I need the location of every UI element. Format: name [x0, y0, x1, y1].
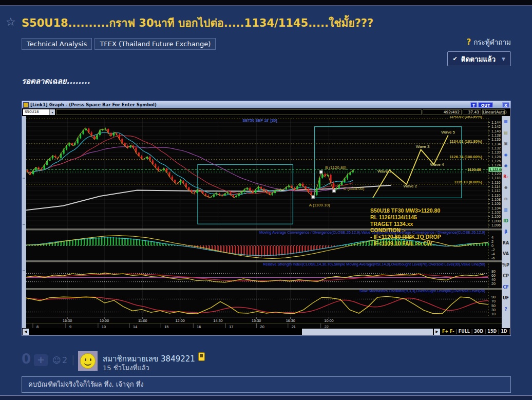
- app-icon: [23, 102, 29, 108]
- svg-text:RL 1126/1134/1145: RL 1126/1134/1145: [370, 214, 417, 220]
- svg-text:10:00: 10:00: [100, 318, 109, 323]
- scroll-right-icon[interactable]: ▶: [434, 329, 440, 335]
- f-plus-button[interactable]: F+: [442, 329, 448, 334]
- chart-toolbar: ▦▤▣◉◉R-⊕⊖▥IDβRAVA%PCPCFUF?: [502, 116, 510, 329]
- svg-text:S50U18 TF30 MW3>1120.80: S50U18 TF30 MW3>1120.80: [370, 207, 440, 214]
- zoom-in-icon[interactable]: ⊕: [502, 182, 510, 194]
- top-bar: [0, 0, 532, 6]
- svg-text:1145.65 (261.80%): 1145.65 (261.80%): [450, 116, 483, 119]
- reactions-bar[interactable]: คบบัณฑิตไม่จริงใจก็ไร้ผล ทึ่ง, เจ้าจุก ท…: [22, 376, 511, 393]
- emotion-icon[interactable]: ☺: [52, 355, 61, 365]
- chart-scrollbar: ◀ ▶ F+ F- | FULL | 30D | 15D | 1D |: [22, 328, 510, 335]
- svg-text:- IF<1109.10 FAIL >> CW: - IF<1109.10 FAIL >> CW: [370, 240, 432, 246]
- vote-count: 0: [22, 351, 31, 367]
- help-icon[interactable]: ?: [502, 304, 510, 315]
- window-grid-icon[interactable]: ▦: [502, 116, 510, 127]
- tag-row: Technical Analysis TFEX (Thailand Future…: [22, 38, 216, 50]
- svg-text:14:30: 14:30: [213, 318, 222, 323]
- t-button[interactable]: T: [470, 102, 477, 108]
- follow-label: ติดตามแล้ว: [461, 53, 496, 65]
- svg-text:Wave 4: Wave 4: [430, 162, 444, 167]
- bottom-bar: [0, 395, 532, 400]
- svg-text:C (1115.00): C (1115.00): [343, 186, 364, 191]
- symbol-entry-field[interactable]: [56, 109, 422, 115]
- timeframe-buttons[interactable]: F+ F- | FULL | 30D | 15D | 1D |: [442, 328, 510, 335]
- svg-text:1,122.00: 1,122.00: [489, 168, 503, 172]
- svg-text:16:30: 16:30: [63, 318, 72, 323]
- avatar[interactable]: [78, 351, 98, 371]
- va-icon[interactable]: VA: [502, 249, 510, 260]
- thread-title: S50U18..........กราฟ 30นาที บอกไปต่อ....…: [22, 14, 509, 31]
- svg-text:1126.74 (100.00%): 1126.74 (100.00%): [450, 155, 483, 159]
- svg-text:Wave 3: Wave 3: [416, 144, 430, 149]
- svg-text:Wave 1: Wave 1: [377, 169, 391, 174]
- scrollbar-thumb[interactable]: [302, 329, 433, 335]
- globe2-icon[interactable]: ◉: [502, 160, 510, 172]
- svg-text:1115.10 (0.00%): 1115.10 (0.00%): [454, 180, 482, 184]
- save-layout-icon[interactable]: ▤: [502, 127, 510, 139]
- tag-tfex[interactable]: TFEX (Thailand Future Exchange): [94, 38, 216, 50]
- zoom-out-icon[interactable]: ⊖: [502, 194, 510, 205]
- symbol-value: S50U18: [23, 110, 39, 114]
- svg-text:15:30: 15:30: [252, 318, 261, 323]
- svg-text:12:00: 12:00: [176, 318, 185, 323]
- svg-text:10: 10: [491, 312, 496, 316]
- range-1d-button[interactable]: 1D: [501, 329, 507, 334]
- percent-p-icon[interactable]: %P: [502, 260, 510, 271]
- follow-button[interactable]: ✔ติดตามแล้ว▼: [447, 51, 511, 66]
- svg-text:TRAGET 1134.xx: TRAGET 1134.xx: [370, 221, 413, 227]
- question-mark-icon: ?: [466, 37, 471, 47]
- chevron-down-icon: ▼: [502, 56, 505, 62]
- scale-mode-field[interactable]: Linear(Auto): [482, 109, 505, 115]
- mobile-icon: [198, 352, 205, 361]
- beta-icon[interactable]: β: [502, 226, 510, 238]
- svg-text:Wave 5: Wave 5: [441, 130, 455, 135]
- cf-icon[interactable]: CF: [502, 282, 510, 293]
- close-icon[interactable]: X: [502, 102, 509, 108]
- cp-icon[interactable]: CP: [502, 271, 510, 282]
- print-icon[interactable]: ▣: [502, 138, 510, 149]
- uf-icon[interactable]: UF: [502, 293, 510, 304]
- chart-header-row: S50U18 ▾ 492/492 37.43 Linear(Auto): [22, 108, 510, 116]
- svg-text:A (1109.10): A (1109.10): [309, 203, 330, 207]
- smiley-face-icon: [80, 353, 96, 369]
- chart-canvas[interactable]: Wave 1Wave 2Wave 3Wave 4Wave 5A (1109.10…: [26, 116, 503, 329]
- chart-window: [Link1] Graph - (Press Space Bar For Ent…: [22, 101, 511, 336]
- f-minus-button[interactable]: F-: [450, 329, 454, 334]
- svg-text:Wave 2: Wave 2: [403, 184, 417, 188]
- svg-text:11:00: 11:00: [138, 318, 147, 323]
- r-tool-icon[interactable]: R-: [502, 172, 510, 183]
- post-body: รอตลาดเฉลย........: [22, 75, 90, 87]
- tag-technical-analysis[interactable]: Technical Analysis: [22, 38, 92, 50]
- ra-icon[interactable]: RA: [502, 238, 510, 249]
- combo-arrow-icon[interactable]: ▾: [49, 109, 55, 115]
- emotion-count: 2: [62, 355, 67, 365]
- symbol-combobox[interactable]: S50U18 ▾: [23, 109, 55, 115]
- svg-text:20: 20: [491, 281, 496, 286]
- divider: |: [71, 353, 75, 366]
- svg-text:Relative Strength Index(CLOSE,: Relative Strength Index(CLOSE,14,30,70),…: [263, 262, 485, 266]
- left-panel-strip[interactable]: [22, 116, 26, 329]
- svg-text:- IF<1120.80 RISK TO DROP: - IF<1120.80 RISK TO DROP: [370, 234, 441, 240]
- svg-text:CONDITION :-: CONDITION :-: [370, 227, 406, 233]
- timestamp: 15 ชั่วโมงที่แล้ว: [103, 363, 149, 373]
- svg-text:-6: -6: [491, 256, 495, 260]
- scroll-left-icon[interactable]: ◀: [23, 329, 29, 335]
- svg-text:16:30: 16:30: [286, 318, 295, 323]
- svg-text:SET50 SEP 18' [30]: SET50 SEP 18' [30]: [242, 118, 277, 123]
- id-icon[interactable]: ID: [502, 216, 510, 227]
- bookmark-star-icon[interactable]: ☆: [6, 15, 16, 28]
- range-15d-button[interactable]: 15D: [487, 329, 497, 334]
- bars-count-field: 492/492: [423, 109, 462, 115]
- chart-window-title: [Link1] Graph - (Press Space Bar For Ent…: [30, 101, 157, 108]
- panel-icon[interactable]: ▥: [502, 204, 510, 216]
- vote-plus-button[interactable]: +: [34, 354, 48, 366]
- out-button[interactable]: OUT: [478, 102, 493, 108]
- svg-text:10:00: 10:00: [324, 318, 333, 323]
- globe-icon[interactable]: ◉: [502, 149, 510, 161]
- svg-text:1134.01 (161.80%): 1134.01 (161.80%): [450, 139, 483, 144]
- chart-window-titlebar[interactable]: [Link1] Graph - (Press Space Bar For Ent…: [22, 101, 510, 108]
- svg-text:Slow Stochastics Oscillator(9,: Slow Stochastics Oscillator(9,3,3),Overb…: [359, 289, 485, 293]
- range-30d-button[interactable]: 30D: [474, 329, 483, 334]
- range-full-button[interactable]: FULL: [459, 329, 470, 334]
